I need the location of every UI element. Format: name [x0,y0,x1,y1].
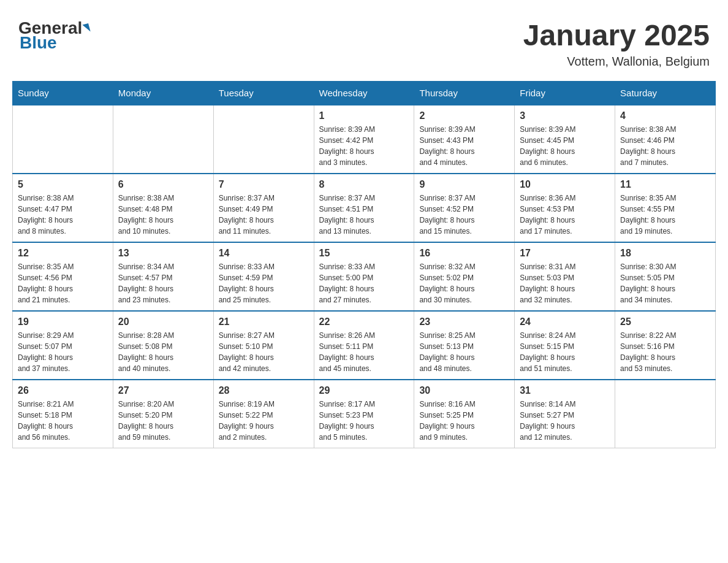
day-number: 17 [520,248,610,259]
day-number: 4 [620,110,710,121]
calendar-cell: 20Sunrise: 8:28 AMSunset: 5:08 PMDayligh… [113,311,213,380]
day-info: Sunrise: 8:22 AMSunset: 5:16 PMDaylight:… [620,330,710,374]
calendar-cell: 14Sunrise: 8:33 AMSunset: 4:59 PMDayligh… [213,242,314,311]
day-info: Sunrise: 8:38 AMSunset: 4:46 PMDaylight:… [620,124,710,168]
calendar-cell [113,105,213,174]
calendar-cell: 19Sunrise: 8:29 AMSunset: 5:07 PMDayligh… [13,311,113,380]
day-number: 18 [620,248,710,259]
calendar-table: Sunday Monday Tuesday Wednesday Thursday… [12,81,716,448]
day-info: Sunrise: 8:19 AMSunset: 5:22 PMDaylight:… [219,399,309,443]
calendar-cell: 30Sunrise: 8:16 AMSunset: 5:25 PMDayligh… [414,380,515,448]
day-info: Sunrise: 8:17 AMSunset: 5:23 PMDaylight:… [319,399,409,443]
week-row-2: 5Sunrise: 8:38 AMSunset: 4:47 PMDaylight… [13,174,716,242]
day-info: Sunrise: 8:16 AMSunset: 5:25 PMDaylight:… [419,399,509,443]
location-subtitle: Vottem, Wallonia, Belgium [523,55,710,69]
day-number: 13 [118,248,208,259]
day-info: Sunrise: 8:26 AMSunset: 5:11 PMDaylight:… [319,330,409,374]
week-row-1: 1Sunrise: 8:39 AMSunset: 4:42 PMDaylight… [13,105,716,174]
calendar-cell: 11Sunrise: 8:35 AMSunset: 4:55 PMDayligh… [615,174,716,242]
day-info: Sunrise: 8:25 AMSunset: 5:13 PMDaylight:… [419,330,509,374]
calendar-cell: 6Sunrise: 8:38 AMSunset: 4:48 PMDaylight… [113,174,213,242]
col-monday: Monday [113,82,213,105]
col-sunday: Sunday [13,82,113,105]
day-info: Sunrise: 8:33 AMSunset: 4:59 PMDaylight:… [219,261,309,305]
day-number: 29 [319,385,409,396]
calendar-cell [13,105,113,174]
day-info: Sunrise: 8:28 AMSunset: 5:08 PMDaylight:… [118,330,208,374]
logo-blue-text: Blue [18,33,57,53]
page-header: General Blue January 2025 Vottem, Wallon… [12,12,716,69]
day-info: Sunrise: 8:30 AMSunset: 5:05 PMDaylight:… [620,261,710,305]
calendar-cell [615,380,716,448]
logo-arrow-icon [83,23,91,33]
day-number: 21 [219,316,309,327]
day-number: 11 [620,179,710,190]
calendar-cell: 13Sunrise: 8:34 AMSunset: 4:57 PMDayligh… [113,242,213,311]
day-info: Sunrise: 8:14 AMSunset: 5:27 PMDaylight:… [520,399,610,443]
calendar-cell: 4Sunrise: 8:38 AMSunset: 4:46 PMDaylight… [615,105,716,174]
day-info: Sunrise: 8:37 AMSunset: 4:52 PMDaylight:… [419,193,509,237]
logo: General Blue [18,18,89,53]
day-number: 8 [319,179,409,190]
calendar-cell: 27Sunrise: 8:20 AMSunset: 5:20 PMDayligh… [113,380,213,448]
day-info: Sunrise: 8:37 AMSunset: 4:51 PMDaylight:… [319,193,409,237]
day-number: 30 [419,385,509,396]
calendar-cell: 29Sunrise: 8:17 AMSunset: 5:23 PMDayligh… [314,380,414,448]
day-number: 10 [520,179,610,190]
day-number: 2 [419,110,509,121]
calendar-cell [213,105,314,174]
day-info: Sunrise: 8:38 AMSunset: 4:48 PMDaylight:… [118,193,208,237]
calendar-cell: 25Sunrise: 8:22 AMSunset: 5:16 PMDayligh… [615,311,716,380]
day-info: Sunrise: 8:29 AMSunset: 5:07 PMDaylight:… [18,330,108,374]
day-number: 7 [219,179,309,190]
day-info: Sunrise: 8:21 AMSunset: 5:18 PMDaylight:… [18,399,108,443]
month-year-title: January 2025 [523,18,710,52]
calendar-cell: 26Sunrise: 8:21 AMSunset: 5:18 PMDayligh… [13,380,113,448]
col-saturday: Saturday [615,82,716,105]
day-info: Sunrise: 8:33 AMSunset: 5:00 PMDaylight:… [319,261,409,305]
day-info: Sunrise: 8:24 AMSunset: 5:15 PMDaylight:… [520,330,610,374]
calendar-cell: 12Sunrise: 8:35 AMSunset: 4:56 PMDayligh… [13,242,113,311]
calendar-cell: 28Sunrise: 8:19 AMSunset: 5:22 PMDayligh… [213,380,314,448]
calendar-cell: 21Sunrise: 8:27 AMSunset: 5:10 PMDayligh… [213,311,314,380]
week-row-4: 19Sunrise: 8:29 AMSunset: 5:07 PMDayligh… [13,311,716,380]
day-info: Sunrise: 8:34 AMSunset: 4:57 PMDaylight:… [118,261,208,305]
day-info: Sunrise: 8:35 AMSunset: 4:56 PMDaylight:… [18,261,108,305]
col-thursday: Thursday [414,82,515,105]
week-row-3: 12Sunrise: 8:35 AMSunset: 4:56 PMDayligh… [13,242,716,311]
day-number: 20 [118,316,208,327]
calendar-cell: 2Sunrise: 8:39 AMSunset: 4:43 PMDaylight… [414,105,515,174]
col-friday: Friday [515,82,615,105]
col-tuesday: Tuesday [213,82,314,105]
calendar-cell: 18Sunrise: 8:30 AMSunset: 5:05 PMDayligh… [615,242,716,311]
day-number: 24 [520,316,610,327]
day-number: 16 [419,248,509,259]
day-number: 19 [18,316,108,327]
calendar-cell: 23Sunrise: 8:25 AMSunset: 5:13 PMDayligh… [414,311,515,380]
calendar-cell: 17Sunrise: 8:31 AMSunset: 5:03 PMDayligh… [515,242,615,311]
calendar-cell: 9Sunrise: 8:37 AMSunset: 4:52 PMDaylight… [414,174,515,242]
day-number: 1 [319,110,409,121]
calendar-cell: 10Sunrise: 8:36 AMSunset: 4:53 PMDayligh… [515,174,615,242]
day-info: Sunrise: 8:39 AMSunset: 4:45 PMDaylight:… [520,124,610,168]
day-number: 15 [319,248,409,259]
day-info: Sunrise: 8:35 AMSunset: 4:55 PMDaylight:… [620,193,710,237]
day-info: Sunrise: 8:27 AMSunset: 5:10 PMDaylight:… [219,330,309,374]
day-number: 27 [118,385,208,396]
calendar-cell: 15Sunrise: 8:33 AMSunset: 5:00 PMDayligh… [314,242,414,311]
calendar-cell: 8Sunrise: 8:37 AMSunset: 4:51 PMDaylight… [314,174,414,242]
title-section: January 2025 Vottem, Wallonia, Belgium [523,18,710,69]
calendar-cell: 24Sunrise: 8:24 AMSunset: 5:15 PMDayligh… [515,311,615,380]
calendar-cell: 16Sunrise: 8:32 AMSunset: 5:02 PMDayligh… [414,242,515,311]
calendar-cell: 5Sunrise: 8:38 AMSunset: 4:47 PMDaylight… [13,174,113,242]
day-number: 9 [419,179,509,190]
calendar-cell: 7Sunrise: 8:37 AMSunset: 4:49 PMDaylight… [213,174,314,242]
day-number: 3 [520,110,610,121]
day-number: 31 [520,385,610,396]
day-number: 26 [18,385,108,396]
calendar-cell: 3Sunrise: 8:39 AMSunset: 4:45 PMDaylight… [515,105,615,174]
day-number: 6 [118,179,208,190]
day-info: Sunrise: 8:38 AMSunset: 4:47 PMDaylight:… [18,193,108,237]
day-number: 25 [620,316,710,327]
day-info: Sunrise: 8:36 AMSunset: 4:53 PMDaylight:… [520,193,610,237]
